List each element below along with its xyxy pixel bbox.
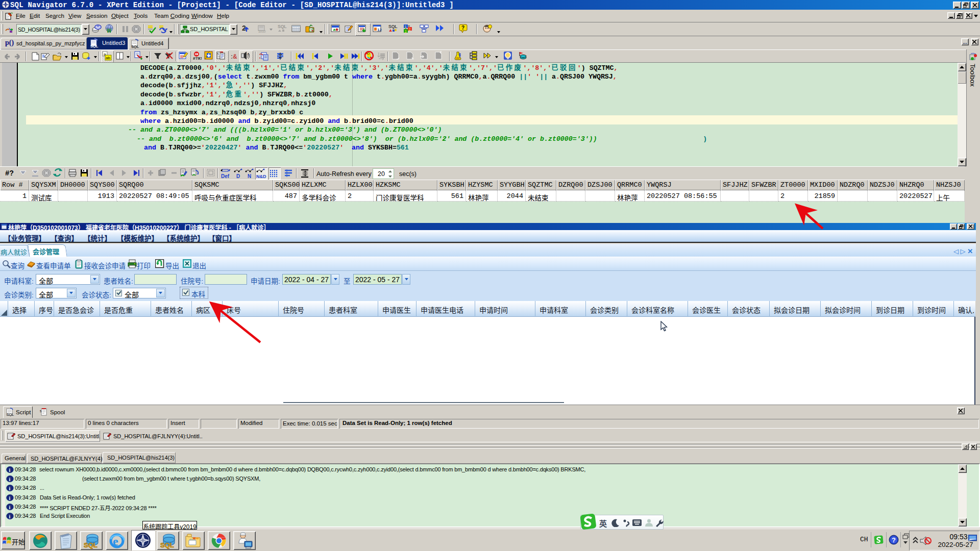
svg-text:Def: Def [221,173,230,179]
svg-text:12: 12 [377,28,382,32]
svg-text:N: N [248,173,251,179]
svg-text:SQL: SQL [160,541,174,549]
svg-text:i: i [9,477,11,482]
svg-text:#?X!: #?X! [193,56,202,61]
svg-text:SQL: SQL [131,44,139,48]
svg-text:3: 3 [405,30,407,33]
svg-text:N&D: N&D [256,174,266,179]
svg-text:SQL: SQL [388,24,397,29]
svg-text:1010: 1010 [258,30,266,33]
svg-text:i: i [9,514,11,519]
svg-text:i: i [9,504,11,510]
svg-text:e: e [113,535,118,548]
svg-text:SQL: SQL [278,24,286,29]
svg-text:D: D [236,173,240,179]
svg-text:i: i [9,467,11,473]
svg-text:?: ? [892,536,896,544]
svg-text:i: i [9,486,11,491]
svg-text:ab: ab [106,56,110,60]
svg-text:SQL: SQL [90,44,99,48]
svg-text:2: 2 [409,28,411,31]
svg-text:?: ? [461,25,464,31]
svg-text:SQL: SQL [7,413,14,416]
svg-text:1: 1 [405,25,407,29]
svg-text:i: i [9,495,11,500]
svg-text:SQL: SQL [84,541,97,549]
svg-text:(((: ((( [195,53,198,56]
svg-text:W: W [107,28,112,34]
